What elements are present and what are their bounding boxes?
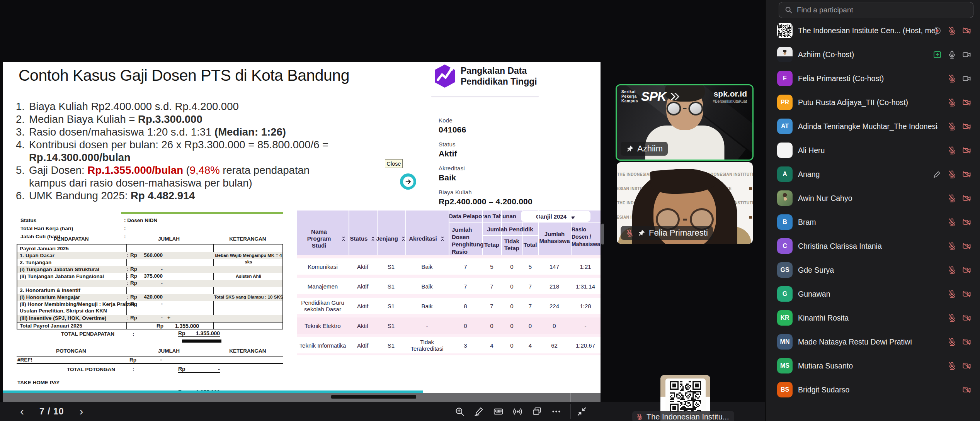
previous-slide-button[interactable]: ‹ <box>18 406 26 417</box>
sheet-text: #REF! <box>17 357 32 363</box>
column-header[interactable]: Jenjang <box>377 222 405 255</box>
column-header[interactable]: Akreditasi <box>405 222 449 255</box>
scrollbar-thumb[interactable] <box>601 224 604 244</box>
participant-row[interactable]: MSMutiara Susanto <box>766 354 980 378</box>
header-column-divider <box>449 210 449 255</box>
mic-off-icon <box>948 194 956 203</box>
row-colon: : <box>127 315 128 321</box>
participant-search[interactable] <box>779 2 973 18</box>
participant-row[interactable]: GSGde Surya <box>766 258 980 282</box>
mic-off-icon <box>948 266 956 275</box>
spk-site-tagline: #BerserikatKitaKuat <box>713 99 747 104</box>
video-tile-azhiim[interactable]: Serikat Pekerja Kampus SPK spk.or.id #Be… <box>616 84 754 161</box>
row-label: Payrol Januari 2025 <box>20 245 69 252</box>
participant-row[interactable]: AAnang <box>766 162 980 186</box>
column-header[interactable]: Jumlah Dosen Penghitung Rasio <box>452 226 483 254</box>
participant-row[interactable]: BBram <box>766 210 980 234</box>
video-tile-felia[interactable]: THE INDONESIAN INSTITUTETHE INDONESIAN I… <box>617 162 753 244</box>
search-input[interactable] <box>797 6 968 14</box>
participant-row[interactable]: Ali Heru <box>766 138 980 162</box>
participant-status-icons <box>948 354 971 378</box>
zoom-in-button[interactable] <box>454 406 465 417</box>
participant-row[interactable]: The Indonesian Institute Cen... (Host, m… <box>766 19 980 42</box>
program-row[interactable]: KomunikasiAktifS1Baik75051471:21 <box>297 258 601 275</box>
participant-row[interactable]: Azhiim (Co-host) <box>766 42 980 66</box>
cell-akreditasi: Baik <box>405 263 449 270</box>
sheet-text: KETERANGAN <box>212 236 283 242</box>
close-button[interactable]: Close <box>385 159 403 168</box>
field-label: Akreditasi <box>439 165 465 171</box>
participant-video-name: Azhiim <box>637 144 663 154</box>
column-header[interactable]: Rasio Dosen / Mahasiswa <box>572 226 600 249</box>
avatar <box>777 23 793 38</box>
program-row[interactable]: Teknik InformatikaAktifS1Tidak Terakredi… <box>297 337 601 353</box>
live-stream-button[interactable] <box>512 406 523 417</box>
pin-icon <box>626 145 634 153</box>
field-value: 041066 <box>439 125 466 134</box>
participant-row[interactable]: PRPutu Rusta Adijaya_TII (Co-host) <box>766 90 980 114</box>
cell-total: 0 <box>522 323 538 329</box>
column-header[interactable]: Total <box>522 241 538 253</box>
participant-row[interactable]: ATAdinda Tenriangke Muchtar_The Indonesi… <box>766 114 980 138</box>
participant-status-icons <box>962 378 971 402</box>
cell-rasio: - <box>571 323 600 329</box>
bullet-number: 5. <box>16 164 29 189</box>
period-dropdown[interactable]: Ganjil 2024 <box>521 211 590 222</box>
field-value: Aktif <box>439 149 457 158</box>
column-header[interactable]: Nama Program Studi <box>300 222 346 255</box>
participant-status-icons <box>948 282 971 306</box>
column-header[interactable]: Jumlah Mahasiswa <box>539 231 570 246</box>
annotate-pen-button[interactable] <box>474 406 484 417</box>
mic-off-icon <box>948 338 956 346</box>
avatar: B <box>777 214 793 230</box>
column-header[interactable]: Tidak Tetap <box>501 238 522 253</box>
column-header[interactable]: Status <box>349 222 376 255</box>
spk-brand-lines: Serikat Pekerja Kampus <box>621 90 638 104</box>
program-row[interactable]: ManajemenAktifS1Baik77072181:31.14 <box>297 278 601 294</box>
row-amount: - <box>133 280 163 286</box>
sort-icon <box>341 236 346 241</box>
keyboard-button[interactable] <box>493 406 504 417</box>
program-table-body: KomunikasiAktifS1Baik75051471:21Manajeme… <box>297 255 601 355</box>
cell-status: Aktif <box>349 342 377 349</box>
row-label: (i) Honorarium Mengajar <box>20 294 80 300</box>
program-row[interactable]: Teknik ElektroAktifS1-00000- <box>297 317 601 334</box>
column-header[interactable]: Tetap <box>482 241 501 253</box>
annotation-pointer[interactable] <box>400 173 416 190</box>
participant-row[interactable]: CChristina Clarissa Intania <box>766 234 980 258</box>
cell-tidak_tetap: 0 <box>501 263 522 270</box>
watermark-item: THE INDONESIAN INSTITUTE <box>749 187 753 191</box>
cell-mahasiswa: 224 <box>538 303 571 309</box>
program-row[interactable]: Pendidikan Guru sekolah DasarAktifS1Baik… <box>297 298 601 314</box>
avatar: A <box>777 166 793 182</box>
participant-row[interactable]: MNMade Natasya Restu Dewi Pratiwi <box>766 330 980 354</box>
participant-row[interactable]: BSBridgit Sudarso <box>766 378 980 402</box>
participant-status-icons <box>948 234 971 258</box>
column-header[interactable]: Jumlah Pendidik <box>482 226 538 234</box>
participant-row[interactable]: KRKinanthi Rosita <box>766 306 980 330</box>
pddikti-field: Biaya KuliahRp2.400.000 – 4.200.000 <box>439 189 533 206</box>
cell-tidak_tetap: 0 <box>501 303 522 309</box>
income-row: 3. Honorarium & Insentif <box>17 287 282 294</box>
more-button[interactable] <box>551 406 561 417</box>
avatar <box>777 47 793 62</box>
strip-dark-segment <box>331 395 416 399</box>
collapse-button[interactable] <box>577 406 587 417</box>
pddikti-field: AkreditasiBaik <box>439 165 465 182</box>
participant-row[interactable]: Awin Nur Cahyo <box>766 186 980 210</box>
avatar: PR <box>777 95 793 110</box>
participants-panel: The Indonesian Institute Cen... (Host, m… <box>765 0 980 421</box>
participant-row[interactable]: FFelia Primaresti (Co-host) <box>766 66 980 90</box>
mic-off-icon <box>948 218 956 227</box>
participant-row[interactable]: GGunawan <box>766 282 980 306</box>
mic-on-icon <box>948 50 956 59</box>
payroll-sheet: Status: Dosen NIDNTotal Hari Kerja (hari… <box>17 210 284 392</box>
spk-brand: Serikat Pekerja Kampus SPK <box>621 89 679 104</box>
cell-total: 7 <box>522 303 538 309</box>
slideshow-button[interactable] <box>532 406 542 417</box>
next-slide-button[interactable]: › <box>77 406 86 417</box>
slide-bullet: 2.Median Biaya Kuliah = Rp.3.300.000 <box>16 113 395 126</box>
toolbar-icons <box>454 402 561 421</box>
cam-off-icon <box>962 218 971 227</box>
cell-program: Teknik Informatika <box>297 342 349 349</box>
